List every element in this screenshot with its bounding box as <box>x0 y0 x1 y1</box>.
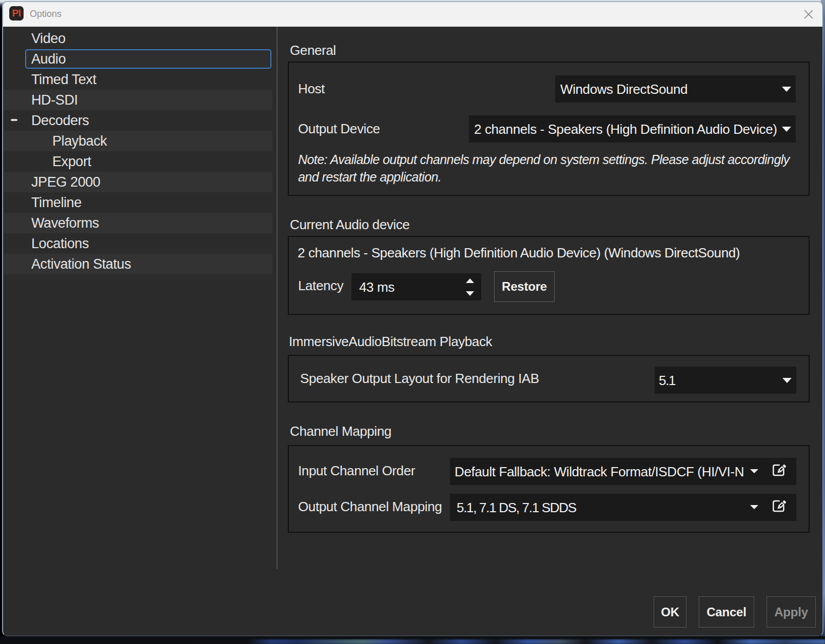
sidebar-item-label: Activation Status <box>31 256 131 272</box>
sidebar-item-export[interactable]: Export <box>4 151 272 172</box>
speaker-layout-label: Speaker Output Layout for Rendering IAB <box>300 371 539 387</box>
speaker-layout-value: 5.1 <box>659 372 675 388</box>
pen-to-square-icon <box>772 499 788 513</box>
current-device-text: 2 channels - Speakers (High Definition A… <box>298 245 740 261</box>
collapse-icon[interactable] <box>11 119 17 121</box>
sidebar-item-label: HD-SDI <box>31 92 78 108</box>
edit-icon[interactable] <box>772 499 788 516</box>
sidebar-item-decoders[interactable]: Decoders <box>4 110 272 131</box>
titlebar[interactable]: Pl Options <box>2 1 823 27</box>
chevron-down-icon <box>782 87 791 92</box>
host-label: Host <box>298 81 325 97</box>
sidebar-item-label: Locations <box>31 236 89 252</box>
edit-icon[interactable] <box>772 463 788 480</box>
restore-button[interactable]: Restore <box>494 271 555 302</box>
apply-button[interactable]: Apply <box>767 596 816 628</box>
section-title-current-audio: Current Audio device <box>290 216 409 233</box>
latency-spinner[interactable]: 43 ms <box>351 273 481 300</box>
section-title-iab: ImmersiveAudioBitstream Playback <box>289 333 492 350</box>
desktop-edge-bottom <box>0 636 825 644</box>
output-channel-mapping-value: 5.1, 7.1 DS, 7.1 SDDS <box>457 499 576 515</box>
sidebar-item-locations[interactable]: Locations <box>4 233 272 254</box>
sidebar-item-video[interactable]: Video <box>4 28 272 49</box>
output-channels-note: Note: Available output channels may depe… <box>298 151 794 186</box>
window-title: Options <box>30 1 62 27</box>
chevron-down-icon <box>782 378 792 383</box>
input-channel-order-dropdown[interactable]: Default Fallback: Wildtrack Format/ISDCF… <box>450 458 796 485</box>
input-channel-order-value: Default Fallback: Wildtrack Format/ISDCF… <box>455 464 744 479</box>
sidebar-item-timeline[interactable]: Timeline <box>4 192 272 213</box>
chevron-down-icon <box>782 127 791 132</box>
app-icon-text: Pl <box>12 8 21 19</box>
latency-label: Latency <box>298 278 343 294</box>
sidebar-item-activation-status[interactable]: Activation Status <box>4 254 272 274</box>
sidebar-item-timed-text[interactable]: Timed Text <box>4 69 272 90</box>
input-channel-order-label: Input Channel Order <box>298 463 415 479</box>
output-channel-mapping-label: Output Channel Mapping <box>298 499 442 515</box>
spin-down-icon[interactable] <box>466 291 474 296</box>
output-device-value: 2 channels - Speakers (High Definition A… <box>474 121 777 137</box>
options-dialog: Pl Options VideoAudioTimed TextHD-SDIDec… <box>2 1 823 636</box>
sidebar-item-label: Audio <box>31 51 66 67</box>
output-device-label: Output Device <box>298 121 380 137</box>
app-icon: Pl <box>9 6 24 21</box>
close-button[interactable] <box>800 6 817 23</box>
sidebar-item-label: Export <box>52 154 91 170</box>
latency-value: 43 ms <box>359 279 395 295</box>
pen-to-square-icon <box>772 463 788 477</box>
sidebar-item-label: Timeline <box>31 195 82 211</box>
sidebar-item-label: JPEG 2000 <box>31 174 101 190</box>
section-title-general: General <box>290 42 336 58</box>
output-device-dropdown[interactable]: 2 channels - Speakers (High Definition A… <box>469 115 796 143</box>
sidebar-divider <box>277 27 278 569</box>
sidebar-item-label: Video <box>31 31 66 47</box>
sidebar-item-hd-sdi[interactable]: HD-SDI <box>4 90 272 110</box>
sidebar-item-label: Timed Text <box>31 72 96 88</box>
sidebar-item-waveforms[interactable]: Waveforms <box>4 213 272 233</box>
close-icon <box>804 10 813 19</box>
sidebar-item-audio[interactable]: Audio <box>4 49 272 69</box>
ok-button[interactable]: OK <box>654 596 686 628</box>
cancel-button[interactable]: Cancel <box>699 596 754 628</box>
chevron-down-icon <box>750 469 758 473</box>
sidebar-item-label: Decoders <box>31 113 89 129</box>
chevron-down-icon <box>750 505 758 509</box>
sidebar-item-jpeg-2000[interactable]: JPEG 2000 <box>4 172 272 192</box>
sidebar-item-label: Waveforms <box>31 215 99 231</box>
output-channel-mapping-dropdown[interactable]: 5.1, 7.1 DS, 7.1 SDDS <box>450 494 796 521</box>
sidebar-item-label: Playback <box>52 133 107 149</box>
speaker-layout-dropdown[interactable]: 5.1 <box>655 367 796 394</box>
host-value: Windows DirectSound <box>560 81 688 97</box>
sidebar-item-playback[interactable]: Playback <box>4 131 272 151</box>
section-title-channel-mapping: Channel Mapping <box>290 423 391 439</box>
spin-up-icon[interactable] <box>466 278 474 283</box>
host-dropdown[interactable]: Windows DirectSound <box>555 75 796 103</box>
